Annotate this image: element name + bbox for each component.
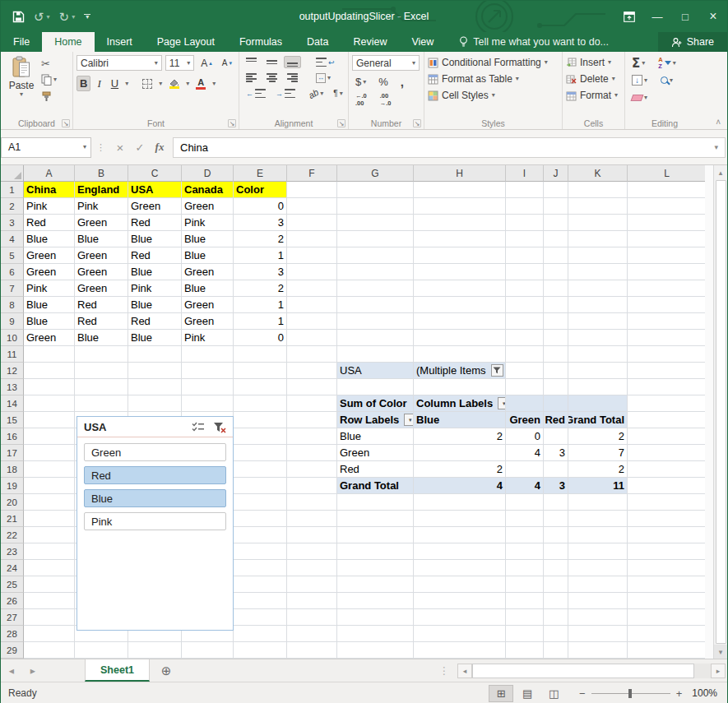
- cell-F23[interactable]: [287, 543, 337, 560]
- cell-D9[interactable]: Green: [182, 313, 234, 330]
- cell-H27[interactable]: [414, 609, 506, 626]
- row-header-15[interactable]: 15: [1, 412, 24, 428]
- cell-I21[interactable]: [506, 511, 544, 527]
- row-header-10[interactable]: 10: [1, 330, 24, 346]
- cell-F16[interactable]: [287, 428, 337, 445]
- scroll-right-icon[interactable]: ▸: [711, 664, 726, 678]
- cell-B2[interactable]: Pink: [75, 198, 128, 215]
- row-header-8[interactable]: 8: [1, 297, 24, 313]
- cell-C4[interactable]: Blue: [128, 231, 182, 247]
- cell-G13[interactable]: [337, 379, 414, 395]
- row-header-22[interactable]: 22: [1, 527, 24, 543]
- slicer-item-blue[interactable]: Blue: [84, 489, 226, 507]
- cell-I8[interactable]: [506, 297, 544, 313]
- collapse-ribbon-icon[interactable]: ˄: [716, 118, 721, 127]
- cell-I7[interactable]: [506, 280, 544, 297]
- number-dialog-launcher[interactable]: ↘: [413, 119, 421, 127]
- cell-I26[interactable]: [506, 593, 544, 609]
- cell-J26[interactable]: [544, 593, 568, 609]
- cell-A14[interactable]: [24, 395, 75, 412]
- row-header-3[interactable]: 3: [1, 215, 24, 231]
- cell-E3[interactable]: 3: [234, 215, 287, 231]
- cell-F1[interactable]: [287, 182, 337, 198]
- cell-D14[interactable]: [182, 395, 234, 412]
- align-top-button[interactable]: [243, 56, 260, 68]
- insert-cells-button[interactable]: Insert ▾: [566, 54, 621, 71]
- cell-G24[interactable]: [337, 560, 414, 576]
- cell-I20[interactable]: [506, 494, 544, 511]
- multi-select-icon[interactable]: [192, 422, 205, 432]
- cell-L23[interactable]: [628, 543, 705, 560]
- cell-J3[interactable]: [544, 215, 568, 231]
- cell-E12[interactable]: [234, 363, 287, 379]
- formula-bar-splitter[interactable]: ⋮: [91, 142, 110, 153]
- cancel-icon[interactable]: ×: [110, 141, 130, 155]
- cell-I28[interactable]: [506, 626, 544, 642]
- cell-A2[interactable]: Pink: [24, 198, 75, 215]
- row-header-4[interactable]: 4: [1, 231, 24, 247]
- grow-font-button[interactable]: A▴: [197, 56, 216, 71]
- cell-I18[interactable]: [506, 461, 544, 478]
- cell-K10[interactable]: [568, 330, 628, 346]
- cell-E26[interactable]: [234, 593, 287, 609]
- row-header-24[interactable]: 24: [1, 560, 24, 576]
- cell-L26[interactable]: [628, 593, 705, 609]
- cell-G20[interactable]: [337, 494, 414, 511]
- cell-F20[interactable]: [287, 494, 337, 511]
- cell-F9[interactable]: [287, 313, 337, 330]
- cell-I10[interactable]: [506, 330, 544, 346]
- cell-E17[interactable]: [234, 445, 287, 461]
- cell-L24[interactable]: [628, 560, 705, 576]
- tab-view[interactable]: View: [399, 32, 446, 52]
- cell-L1[interactable]: [628, 182, 705, 198]
- cell-G28[interactable]: [337, 626, 414, 642]
- cell-styles-button[interactable]: Cell Styles ▾: [428, 87, 559, 104]
- cell-F24[interactable]: [287, 560, 337, 576]
- cell-A16[interactable]: [24, 428, 75, 445]
- cell-H21[interactable]: [414, 511, 506, 527]
- cell-H8[interactable]: [414, 297, 506, 313]
- cell-D7[interactable]: Blue: [182, 280, 234, 297]
- cell-I15[interactable]: Green: [506, 412, 544, 428]
- cell-I25[interactable]: [506, 576, 544, 593]
- row-header-20[interactable]: 20: [1, 494, 24, 511]
- col-header-E[interactable]: E: [234, 165, 287, 182]
- cell-I29[interactable]: [506, 642, 544, 659]
- cell-H23[interactable]: [414, 543, 506, 560]
- view-page-break-icon[interactable]: ◫: [541, 685, 566, 702]
- cell-J29[interactable]: [544, 642, 568, 659]
- horizontal-scrollbar-thumb[interactable]: [472, 664, 694, 678]
- cell-G26[interactable]: [337, 593, 414, 609]
- clear-filter-icon[interactable]: [213, 422, 226, 433]
- cell-E22[interactable]: [234, 527, 287, 543]
- cell-A3[interactable]: Red: [24, 215, 75, 231]
- cell-K21[interactable]: [568, 511, 628, 527]
- cell-D11[interactable]: [182, 346, 234, 363]
- tab-insert[interactable]: Insert: [95, 32, 145, 52]
- minimize-icon[interactable]: —: [643, 1, 671, 32]
- cell-B4[interactable]: Blue: [75, 231, 128, 247]
- row-header-12[interactable]: 12: [1, 363, 24, 379]
- cell-J18[interactable]: [544, 461, 568, 478]
- cell-F3[interactable]: [287, 215, 337, 231]
- cell-H13[interactable]: [414, 379, 506, 395]
- cell-L28[interactable]: [628, 626, 705, 642]
- cell-G12[interactable]: USA: [337, 363, 414, 379]
- cell-L14[interactable]: [628, 395, 705, 412]
- cell-J17[interactable]: 3: [544, 445, 568, 461]
- cell-E20[interactable]: [234, 494, 287, 511]
- select-all-corner[interactable]: [1, 165, 24, 182]
- row-header-21[interactable]: 21: [1, 511, 24, 527]
- customize-qat-icon[interactable]: ▾: [84, 14, 90, 19]
- slicer-item-red[interactable]: Red: [84, 466, 226, 484]
- cell-B12[interactable]: [75, 363, 128, 379]
- cell-K8[interactable]: [568, 297, 628, 313]
- cell-F11[interactable]: [287, 346, 337, 363]
- align-center-button[interactable]: [263, 72, 281, 84]
- cell-C11[interactable]: [128, 346, 182, 363]
- cell-K14[interactable]: [568, 395, 628, 412]
- cell-H5[interactable]: [414, 247, 506, 264]
- cell-L15[interactable]: [628, 412, 705, 428]
- cell-J27[interactable]: [544, 609, 568, 626]
- tab-data[interactable]: Data: [294, 32, 341, 52]
